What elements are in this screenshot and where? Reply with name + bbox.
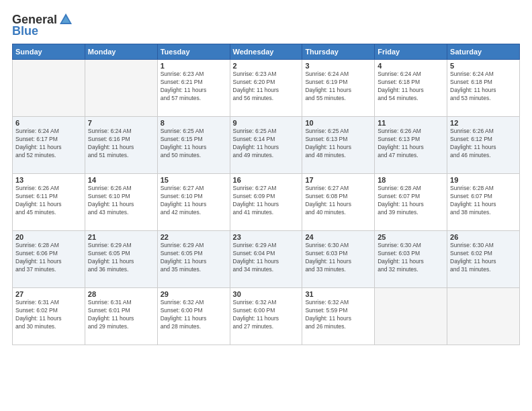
calendar-cell: 31Sunrise: 6:32 AM Sunset: 5:59 PM Dayli…	[302, 288, 375, 345]
day-info: Sunrise: 6:25 AM Sunset: 6:15 PM Dayligh…	[161, 128, 227, 160]
day-info: Sunrise: 6:27 AM Sunset: 6:10 PM Dayligh…	[161, 185, 227, 217]
week-row: 13Sunrise: 6:26 AM Sunset: 6:11 PM Dayli…	[13, 174, 520, 231]
calendar-cell: 20Sunrise: 6:28 AM Sunset: 6:06 PM Dayli…	[13, 231, 85, 288]
day-info: Sunrise: 6:32 AM Sunset: 6:00 PM Dayligh…	[233, 299, 300, 331]
week-row: 6Sunrise: 6:24 AM Sunset: 6:17 PM Daylig…	[13, 117, 520, 174]
weekday-header: Friday	[375, 44, 447, 60]
calendar-cell: 27Sunrise: 6:31 AM Sunset: 6:02 PM Dayli…	[13, 288, 85, 345]
day-number: 28	[88, 290, 154, 298]
day-info: Sunrise: 6:27 AM Sunset: 6:08 PM Dayligh…	[305, 185, 371, 217]
calendar-cell: 28Sunrise: 6:31 AM Sunset: 6:01 PM Dayli…	[85, 288, 157, 345]
weekday-header: Monday	[85, 44, 157, 60]
weekday-header: Wednesday	[230, 44, 302, 60]
day-number: 31	[305, 290, 371, 298]
day-number: 1	[161, 62, 227, 70]
header: General Blue	[12, 12, 520, 38]
day-info: Sunrise: 6:24 AM Sunset: 6:17 PM Dayligh…	[15, 128, 82, 160]
calendar-cell: 16Sunrise: 6:27 AM Sunset: 6:09 PM Dayli…	[230, 174, 302, 231]
week-row: 27Sunrise: 6:31 AM Sunset: 6:02 PM Dayli…	[13, 288, 520, 345]
day-info: Sunrise: 6:28 AM Sunset: 6:06 PM Dayligh…	[15, 242, 82, 274]
calendar-cell: 15Sunrise: 6:27 AM Sunset: 6:10 PM Dayli…	[157, 174, 230, 231]
day-info: Sunrise: 6:29 AM Sunset: 6:05 PM Dayligh…	[88, 242, 154, 274]
day-info: Sunrise: 6:24 AM Sunset: 6:19 PM Dayligh…	[305, 71, 371, 103]
day-number: 10	[305, 119, 371, 127]
weekday-header: Sunday	[13, 44, 85, 60]
calendar-cell: 9Sunrise: 6:25 AM Sunset: 6:14 PM Daylig…	[230, 117, 302, 174]
calendar-cell: 25Sunrise: 6:30 AM Sunset: 6:03 PM Dayli…	[375, 231, 447, 288]
logo-icon	[58, 12, 73, 27]
day-number: 17	[305, 176, 371, 184]
day-number: 4	[378, 62, 444, 70]
logo: General Blue	[12, 12, 73, 38]
day-number: 14	[88, 176, 154, 184]
day-number: 20	[15, 233, 82, 241]
calendar-cell	[447, 288, 520, 345]
day-info: Sunrise: 6:29 AM Sunset: 6:05 PM Dayligh…	[161, 242, 227, 274]
day-info: Sunrise: 6:24 AM Sunset: 6:18 PM Dayligh…	[450, 71, 517, 103]
calendar-cell: 21Sunrise: 6:29 AM Sunset: 6:05 PM Dayli…	[85, 231, 157, 288]
day-number: 29	[161, 290, 227, 298]
day-info: Sunrise: 6:31 AM Sunset: 6:02 PM Dayligh…	[15, 299, 82, 331]
day-number: 21	[88, 233, 154, 241]
calendar-cell: 3Sunrise: 6:24 AM Sunset: 6:19 PM Daylig…	[302, 60, 375, 117]
day-number: 13	[15, 176, 82, 184]
calendar-cell: 13Sunrise: 6:26 AM Sunset: 6:11 PM Dayli…	[13, 174, 85, 231]
day-info: Sunrise: 6:30 AM Sunset: 6:03 PM Dayligh…	[305, 242, 371, 274]
calendar-cell: 30Sunrise: 6:32 AM Sunset: 6:00 PM Dayli…	[230, 288, 302, 345]
day-info: Sunrise: 6:28 AM Sunset: 6:07 PM Dayligh…	[378, 185, 444, 217]
calendar-cell: 23Sunrise: 6:29 AM Sunset: 6:04 PM Dayli…	[230, 231, 302, 288]
day-number: 12	[450, 119, 517, 127]
calendar-cell: 24Sunrise: 6:30 AM Sunset: 6:03 PM Dayli…	[302, 231, 375, 288]
weekday-header: Saturday	[447, 44, 520, 60]
day-info: Sunrise: 6:30 AM Sunset: 6:03 PM Dayligh…	[378, 242, 444, 274]
week-row: 1Sunrise: 6:23 AM Sunset: 6:21 PM Daylig…	[13, 60, 520, 117]
day-info: Sunrise: 6:26 AM Sunset: 6:10 PM Dayligh…	[88, 185, 154, 217]
weekday-header: Tuesday	[157, 44, 230, 60]
page: General Blue SundayMondayTuesdayWednesda…	[0, 0, 532, 411]
calendar-cell	[375, 288, 447, 345]
calendar-cell: 4Sunrise: 6:24 AM Sunset: 6:18 PM Daylig…	[375, 60, 447, 117]
day-number: 2	[233, 62, 300, 70]
calendar-cell: 17Sunrise: 6:27 AM Sunset: 6:08 PM Dayli…	[302, 174, 375, 231]
day-number: 19	[450, 176, 517, 184]
weekday-header: Thursday	[302, 44, 375, 60]
weekday-header-row: SundayMondayTuesdayWednesdayThursdayFrid…	[13, 44, 520, 60]
day-info: Sunrise: 6:23 AM Sunset: 6:21 PM Dayligh…	[161, 71, 227, 103]
calendar: SundayMondayTuesdayWednesdayThursdayFrid…	[12, 44, 520, 345]
day-number: 27	[15, 290, 82, 298]
day-info: Sunrise: 6:24 AM Sunset: 6:18 PM Dayligh…	[378, 71, 444, 103]
calendar-cell: 1Sunrise: 6:23 AM Sunset: 6:21 PM Daylig…	[157, 60, 230, 117]
day-info: Sunrise: 6:32 AM Sunset: 5:59 PM Dayligh…	[305, 299, 371, 331]
day-number: 3	[305, 62, 371, 70]
calendar-cell: 10Sunrise: 6:25 AM Sunset: 6:13 PM Dayli…	[302, 117, 375, 174]
calendar-cell: 29Sunrise: 6:32 AM Sunset: 6:00 PM Dayli…	[157, 288, 230, 345]
calendar-cell: 11Sunrise: 6:26 AM Sunset: 6:13 PM Dayli…	[375, 117, 447, 174]
calendar-cell	[85, 60, 157, 117]
calendar-cell: 6Sunrise: 6:24 AM Sunset: 6:17 PM Daylig…	[13, 117, 85, 174]
day-number: 9	[233, 119, 300, 127]
calendar-cell: 8Sunrise: 6:25 AM Sunset: 6:15 PM Daylig…	[157, 117, 230, 174]
calendar-cell: 18Sunrise: 6:28 AM Sunset: 6:07 PM Dayli…	[375, 174, 447, 231]
day-number: 23	[233, 233, 300, 241]
day-info: Sunrise: 6:25 AM Sunset: 6:14 PM Dayligh…	[233, 128, 300, 160]
calendar-cell: 26Sunrise: 6:30 AM Sunset: 6:02 PM Dayli…	[447, 231, 520, 288]
calendar-cell: 2Sunrise: 6:23 AM Sunset: 6:20 PM Daylig…	[230, 60, 302, 117]
day-info: Sunrise: 6:26 AM Sunset: 6:12 PM Dayligh…	[450, 128, 517, 160]
day-number: 26	[450, 233, 517, 241]
day-number: 18	[378, 176, 444, 184]
calendar-cell	[13, 60, 85, 117]
day-number: 5	[450, 62, 517, 70]
calendar-cell: 12Sunrise: 6:26 AM Sunset: 6:12 PM Dayli…	[447, 117, 520, 174]
day-number: 8	[161, 119, 227, 127]
day-info: Sunrise: 6:24 AM Sunset: 6:16 PM Dayligh…	[88, 128, 154, 160]
calendar-cell: 19Sunrise: 6:28 AM Sunset: 6:07 PM Dayli…	[447, 174, 520, 231]
calendar-cell: 22Sunrise: 6:29 AM Sunset: 6:05 PM Dayli…	[157, 231, 230, 288]
day-number: 24	[305, 233, 371, 241]
day-info: Sunrise: 6:29 AM Sunset: 6:04 PM Dayligh…	[233, 242, 300, 274]
day-info: Sunrise: 6:27 AM Sunset: 6:09 PM Dayligh…	[233, 185, 300, 217]
week-row: 20Sunrise: 6:28 AM Sunset: 6:06 PM Dayli…	[13, 231, 520, 288]
logo-blue: Blue	[12, 24, 38, 38]
day-info: Sunrise: 6:25 AM Sunset: 6:13 PM Dayligh…	[305, 128, 371, 160]
day-info: Sunrise: 6:31 AM Sunset: 6:01 PM Dayligh…	[88, 299, 154, 331]
day-info: Sunrise: 6:26 AM Sunset: 6:13 PM Dayligh…	[378, 128, 444, 160]
